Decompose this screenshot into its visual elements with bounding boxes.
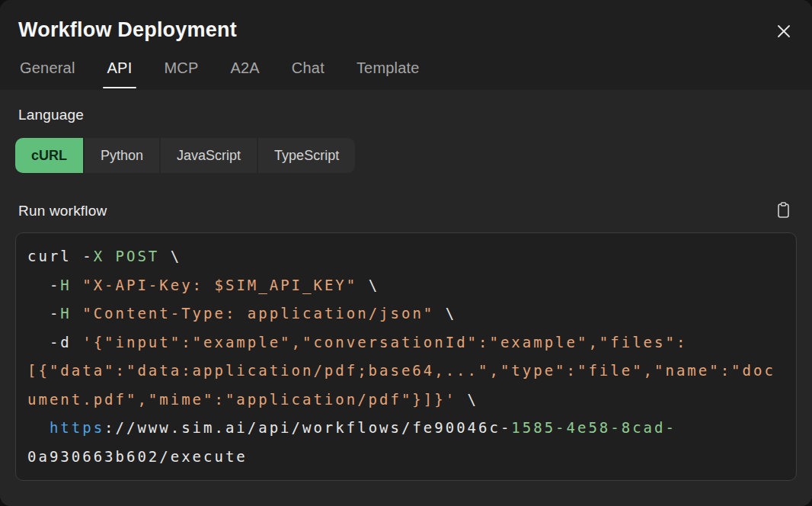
language-option-typescript[interactable]: TypeScript (258, 138, 355, 173)
tab-chat[interactable]: Chat (290, 56, 326, 90)
tab-api[interactable]: API (106, 56, 134, 90)
code-token: H (60, 305, 71, 322)
tab-general[interactable]: General (18, 56, 77, 90)
language-label: Language (18, 107, 797, 123)
tab-a2a[interactable]: A2A (229, 56, 261, 90)
language-option-python[interactable]: Python (85, 138, 159, 173)
code-token: ://www.sim.ai/api/workflows/fe90046c- (104, 419, 511, 436)
language-option-curl[interactable]: cURL (15, 138, 83, 173)
code-token: "Content-Type: application/json" (82, 305, 434, 322)
code-token: 0a930663b602/execute (27, 448, 248, 465)
language-option-javascript[interactable]: JavaScript (161, 138, 257, 173)
close-button[interactable] (771, 18, 797, 44)
code-token: 1585-4e58-8cad- (511, 419, 676, 436)
tab-template[interactable]: Template (355, 56, 421, 90)
code-token: https (50, 419, 104, 436)
code-token: \ (357, 277, 379, 293)
code-token: X POST (94, 248, 160, 264)
close-icon (775, 23, 792, 40)
run-workflow-label: Run workflow (18, 203, 107, 219)
tab-bar: GeneralAPIMCPA2AChatTemplate (18, 56, 794, 90)
language-segmented-control: cURLPythonJavaScriptTypeScript (15, 138, 355, 173)
code-token (27, 419, 50, 436)
code-token: H (60, 277, 71, 293)
code-token: ument.pdf","mime":"application/pdf"}]}' (27, 391, 456, 408)
copy-button[interactable] (771, 200, 795, 222)
code-token: [{"data":"data:application/pdf;base64,..… (27, 362, 775, 379)
clipboard-icon (775, 201, 791, 222)
code-token: curl - (27, 248, 94, 264)
code-token (72, 277, 82, 293)
curl-command-code: curl -X POST \ -H "X-API-Key: $SIM_API_K… (27, 242, 785, 471)
code-token: '{"input":"example","conversationId":"ex… (82, 334, 687, 351)
code-block[interactable]: curl -X POST \ -H "X-API-Key: $SIM_API_K… (15, 232, 797, 481)
dialog-title: Workflow Deployment (18, 17, 237, 42)
code-token: - (27, 277, 60, 293)
title-row: Workflow Deployment (18, 17, 794, 44)
code-token: \ (456, 391, 478, 408)
tab-mcp[interactable]: MCP (162, 56, 200, 90)
code-token: -d (27, 334, 82, 351)
code-token: \ (434, 305, 456, 322)
code-token (72, 305, 82, 322)
code-token: "X-API-Key: $SIM_API_KEY" (82, 277, 357, 293)
workflow-deployment-dialog: Workflow Deployment GeneralAPIMCPA2AChat… (0, 0, 812, 506)
dialog-header: Workflow Deployment GeneralAPIMCPA2AChat… (0, 0, 812, 90)
dialog-content: Language cURLPythonJavaScriptTypeScript … (0, 90, 812, 506)
code-token: - (27, 305, 60, 322)
run-workflow-row: Run workflow (15, 200, 797, 222)
code-token: \ (159, 248, 181, 264)
